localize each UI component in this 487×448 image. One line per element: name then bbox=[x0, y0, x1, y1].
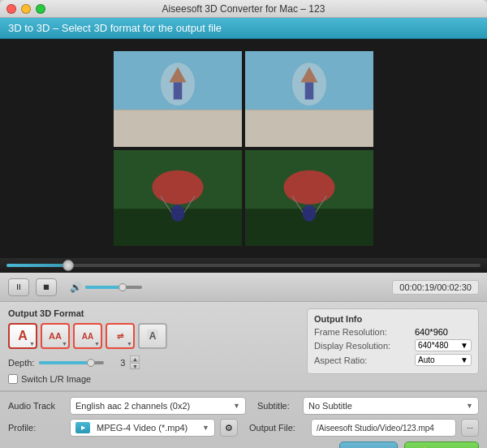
preview-cell-tl bbox=[114, 51, 242, 147]
output-file-label: Output File: bbox=[249, 423, 306, 433]
titlebar: Aiseesoft 3D Converter for Mac – 123 bbox=[0, 0, 487, 18]
profile-icon: ▶ bbox=[75, 422, 90, 433]
profile-value: MPEG-4 Video (*.mp4) bbox=[97, 423, 187, 433]
close-button[interactable] bbox=[6, 4, 16, 14]
options-row1: Output 3D Format A ▼ AA ▼ AA ▼ bbox=[8, 308, 479, 384]
display-res-value: 640*480 bbox=[418, 341, 448, 350]
svg-rect-18 bbox=[114, 150, 242, 246]
bottom-section: Audio Track English aac 2 channels (0x2)… bbox=[0, 392, 487, 448]
window-title: Aiseesoft 3D Converter for Mac – 123 bbox=[162, 3, 325, 15]
profile-row: Profile: ▶ MPEG-4 Video (*.mp4) ▼ ⚙ Outp… bbox=[8, 419, 479, 437]
output-file-path: /Aiseesoft Studio/Video/123.mp4 bbox=[311, 419, 456, 437]
time-display: 00:00:19/00:02:30 bbox=[392, 280, 479, 295]
profile-label: Profile: bbox=[8, 423, 65, 433]
svg-rect-5 bbox=[114, 51, 242, 147]
format-btn-split-v[interactable]: ⇌ ▼ bbox=[106, 323, 135, 349]
seekbar-thumb[interactable] bbox=[62, 260, 74, 271]
pause-button[interactable]: ⏸ bbox=[8, 278, 29, 296]
audio-track-row: Audio Track English aac 2 channels (0x2)… bbox=[8, 397, 479, 415]
profile-select[interactable]: ▶ MPEG-4 Video (*.mp4) ▼ bbox=[70, 419, 215, 437]
frame-res-row: Frame Resolution: 640*960 bbox=[314, 327, 472, 337]
switch-lr-section: Switch L/R Image bbox=[8, 374, 299, 384]
output-file-value: /Aiseesoft Studio/Video/123.mp4 bbox=[317, 424, 434, 433]
depth-value: 3 bbox=[109, 358, 125, 368]
preview-cell-br bbox=[245, 150, 373, 246]
maximize-button[interactable] bbox=[36, 4, 45, 14]
depth-spinners: ▲ ▼ bbox=[130, 355, 140, 369]
output-info-section: Output Info Frame Resolution: 640*960 Di… bbox=[307, 308, 479, 374]
volume-icon: 🔊 bbox=[70, 282, 82, 293]
switch-lr-label: Switch L/R Image bbox=[21, 374, 91, 384]
format-buttons: A ▼ AA ▼ AA ▼ ⇌ ▼ bbox=[8, 323, 299, 349]
stop-button[interactable]: ⏹ bbox=[36, 278, 57, 296]
subtitle-select[interactable]: No Subtitle ▼ bbox=[303, 397, 479, 415]
audio-track-value: English aac 2 channels (0x2) bbox=[75, 401, 190, 411]
volume-thumb[interactable] bbox=[119, 283, 127, 291]
preview-cell-tr bbox=[245, 51, 373, 147]
display-res-select[interactable]: 640*480 ▼ bbox=[415, 339, 472, 351]
back-button[interactable]: ↩ Back bbox=[339, 442, 398, 448]
display-res-row: Display Resolution: 640*480 ▼ bbox=[314, 339, 472, 351]
profile-settings-button[interactable]: ⚙ bbox=[220, 419, 238, 437]
frame-res-value: 640*960 bbox=[415, 327, 448, 337]
svg-rect-11 bbox=[245, 51, 373, 147]
volume-section: 🔊 bbox=[70, 282, 142, 293]
subtitle-label: Subtitle: bbox=[257, 401, 298, 411]
convert-button[interactable]: ⚡ Convert bbox=[404, 442, 479, 448]
minimize-button[interactable] bbox=[21, 4, 31, 14]
audio-track-select[interactable]: English aac 2 channels (0x2) ▼ bbox=[70, 397, 246, 415]
format-btn-anaglyph[interactable]: A ▼ bbox=[8, 323, 37, 349]
file-browse-button[interactable]: ··· bbox=[461, 419, 479, 437]
titlebar-buttons bbox=[6, 4, 45, 14]
depth-section: Depth: 3 ▲ ▼ bbox=[8, 355, 299, 369]
format-btn-sbs[interactable]: AA ▼ bbox=[41, 323, 70, 349]
frame-res-label: Frame Resolution: bbox=[314, 327, 412, 337]
subtitle-value: No Subtitle bbox=[308, 401, 352, 411]
depth-down[interactable]: ▼ bbox=[130, 363, 140, 369]
format-section-label: Output 3D Format bbox=[8, 308, 299, 318]
output-info-title: Output Info bbox=[314, 314, 472, 324]
depth-label: Depth: bbox=[8, 358, 34, 368]
seekbar-fill bbox=[6, 264, 68, 267]
display-res-arrow: ▼ bbox=[460, 341, 468, 350]
svg-rect-25 bbox=[245, 150, 373, 246]
header-text: 3D to 3D – Select 3D format for the outp… bbox=[8, 22, 222, 34]
controls-bar: ⏸ ⏹ 🔊 00:00:19/00:02:30 bbox=[0, 273, 487, 302]
volume-fill bbox=[85, 286, 119, 289]
audio-track-label: Audio Track bbox=[8, 401, 65, 411]
aspect-ratio-label: Aspect Ratio: bbox=[314, 355, 412, 365]
aspect-ratio-value: Auto bbox=[418, 355, 435, 364]
header-bar: 3D to 3D – Select 3D format for the outp… bbox=[0, 18, 487, 39]
switch-lr-checkbox[interactable] bbox=[8, 374, 18, 384]
seekbar-container[interactable] bbox=[0, 258, 487, 273]
subtitle-arrow: ▼ bbox=[466, 402, 473, 410]
preview-cell-bl bbox=[114, 150, 242, 246]
seekbar[interactable] bbox=[6, 264, 481, 267]
display-res-label: Display Resolution: bbox=[314, 341, 412, 351]
action-row: ↩ Back ⚡ Convert bbox=[8, 442, 479, 448]
depth-slider[interactable] bbox=[39, 361, 104, 364]
preview-area bbox=[0, 39, 487, 258]
aspect-ratio-select[interactable]: Auto ▼ bbox=[415, 354, 472, 366]
options-area: Output 3D Format A ▼ AA ▼ AA ▼ bbox=[0, 302, 487, 391]
audio-track-arrow: ▼ bbox=[233, 402, 240, 410]
format-btn-depth[interactable]: A bbox=[138, 323, 167, 349]
profile-arrow: ▼ bbox=[202, 424, 209, 432]
aspect-ratio-arrow: ▼ bbox=[460, 355, 468, 364]
depth-up[interactable]: ▲ bbox=[130, 355, 140, 362]
preview-grid bbox=[114, 51, 373, 246]
aspect-ratio-row: Aspect Ratio: Auto ▼ bbox=[314, 354, 472, 366]
format-btn-split-h[interactable]: AA ▼ bbox=[73, 323, 102, 349]
format-section: Output 3D Format A ▼ AA ▼ AA ▼ bbox=[8, 308, 299, 384]
volume-slider[interactable] bbox=[85, 286, 142, 289]
